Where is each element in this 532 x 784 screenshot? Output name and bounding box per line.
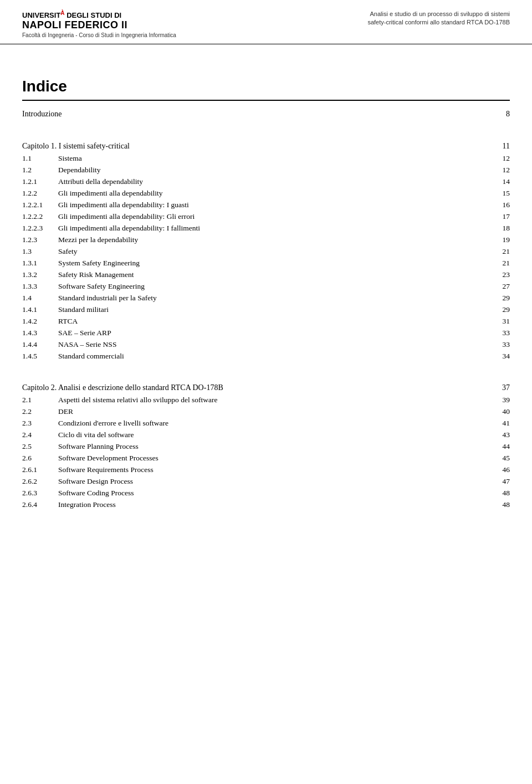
- toc-entry-1-3-3: 1.3.3 Software Safety Engineering 27: [22, 281, 510, 293]
- toc-entry-1-4-2: 1.4.2 RTCA 31: [22, 316, 510, 327]
- univ-suffix: DEGLI STUDI DI: [65, 11, 122, 19]
- chapter-1-page: 11: [493, 142, 510, 151]
- toc-entry-1-2-2-1: 1.2.2.1 Gli impedimenti alla dependabili…: [22, 199, 510, 211]
- header-right-line2: safety-critical conformi allo standard R…: [367, 18, 510, 27]
- toc-entry-1-2-2-3: 1.2.2.3 Gli impedimenti alla dependabili…: [22, 223, 510, 234]
- toc-entry-2-4: 2.4 Ciclo di vita del software 43: [22, 429, 510, 441]
- toc-entry-1-4: 1.4 Standard industriali per la Safety 2…: [22, 293, 510, 304]
- toc-entry-2-2: 2.2 DER 40: [22, 406, 510, 418]
- toc-intro-section: Introduzione 8: [22, 107, 510, 121]
- toc-entry-1-2-1: 1.2.1 Attributi della dependability 14: [22, 176, 510, 188]
- toc-entry-2-6-1: 2.6.1 Software Requirements Process 46: [22, 464, 510, 476]
- toc-entry-2-6: 2.6 Software Development Processes 45: [22, 453, 510, 464]
- toc-chapter-2: Capitolo 2. Analisi e descrizione dello …: [22, 380, 510, 511]
- university-faculty: Facoltà di Ingegneria - Corso di Studi i…: [22, 32, 176, 38]
- toc-title: Indice: [22, 78, 510, 101]
- toc-entry-1-2-3: 1.2.3 Mezzi per la dependability 19: [22, 234, 510, 246]
- toc-entry-1-1: 1.1 Sistema 12: [22, 153, 510, 165]
- toc-entry-1-3-2: 1.3.2 Safety Risk Management 23: [22, 269, 510, 281]
- toc-entry-1-2-2: 1.2.2 Gli impedimenti alla dependability…: [22, 188, 510, 199]
- toc-entry-2-6-4: 2.6.4 Integration Process 48: [22, 499, 510, 511]
- toc-entry-2-1: 2.1 Aspetti del sistema relativi allo sv…: [22, 394, 510, 406]
- toc-entry-1-4-3: 1.4.3 SAE – Serie ARP 33: [22, 327, 510, 339]
- chapter-1-title: Capitolo 1. I sistemi safety-critical: [22, 142, 493, 151]
- univ-prefix: UNIVERSIT: [22, 11, 60, 19]
- chapter-2-title-row: Capitolo 2. Analisi e descrizione dello …: [22, 380, 510, 394]
- header: UNIVERSITÀ DEGLI STUDI DI NAPOLI FEDERIC…: [0, 0, 532, 44]
- intro-label: Introduzione: [22, 110, 493, 119]
- toc-entry-1-3-1: 1.3.1 System Safety Engineering 21: [22, 258, 510, 269]
- university-name: NAPOLI FEDERICO II: [22, 20, 176, 31]
- toc-entry-1-2: 1.2 Dependability 12: [22, 165, 510, 176]
- chapter-2-title: Capitolo 2. Analisi e descrizione dello …: [22, 383, 493, 392]
- toc-entry-2-5: 2.5 Software Planning Process 44: [22, 441, 510, 453]
- toc-entry-1-4-4: 1.4.4 NASA – Serie NSS 33: [22, 339, 510, 351]
- toc-chapter-1: Capitolo 1. I sistemi safety-critical 11…: [22, 139, 510, 362]
- header-right: Analisi e studio di un processo di svilu…: [367, 10, 510, 27]
- chapter-1-title-row: Capitolo 1. I sistemi safety-critical 11: [22, 139, 510, 153]
- toc-entry-1-4-5: 1.4.5 Standard commerciali 34: [22, 351, 510, 362]
- toc-entry-2-3: 2.3 Condizioni d'errore e livelli softwa…: [22, 418, 510, 429]
- toc-entry-1-2-2-2: 1.2.2.2 Gli impedimenti alla dependabili…: [22, 211, 510, 223]
- toc-entry-1-3: 1.3 Safety 21: [22, 246, 510, 258]
- page: UNIVERSITÀ DEGLI STUDI DI NAPOLI FEDERIC…: [0, 0, 532, 784]
- toc-entry-2-6-3: 2.6.3 Software Coding Process 48: [22, 488, 510, 499]
- toc-entry-2-6-2: 2.6.2 Software Design Process 47: [22, 476, 510, 488]
- toc-content: Indice Introduzione 8 Capitolo 1. I sist…: [0, 44, 532, 551]
- university-logo-text: UNIVERSITÀ DEGLI STUDI DI: [22, 10, 176, 20]
- chapter-2-page: 37: [493, 383, 510, 392]
- univ-accent: À: [60, 10, 64, 16]
- intro-page: 8: [493, 110, 510, 119]
- header-right-line1: Analisi e studio di un processo di svilu…: [367, 10, 510, 18]
- intro-entry: Introduzione 8: [22, 107, 510, 121]
- header-left: UNIVERSITÀ DEGLI STUDI DI NAPOLI FEDERIC…: [22, 10, 176, 38]
- toc-entry-1-4-1: 1.4.1 Standard militari 29: [22, 304, 510, 316]
